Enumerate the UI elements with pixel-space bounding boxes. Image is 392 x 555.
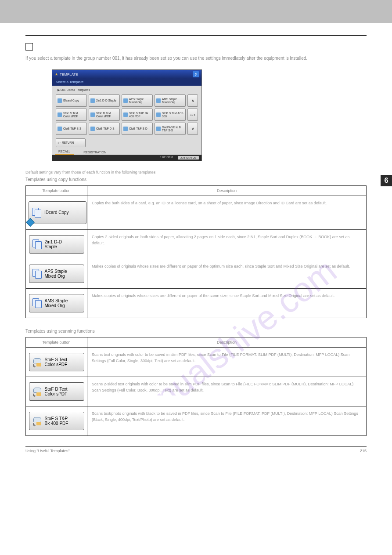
- cell-stof-tp-button: ↳ StoF S T&PBk 400 PDF: [26, 406, 87, 436]
- copy-templates-table: Template button Description IDcard Copy …: [25, 185, 367, 318]
- template-ams[interactable]: AMS Staple Mixed Org: [155, 94, 186, 107]
- cell-stof-s-button: ↳ StoF S TextColor sPDF: [26, 348, 87, 377]
- cell-stof-d-button: ↳ StoF D TextColor sPDF: [26, 377, 87, 406]
- nav-down-button[interactable]: ∨: [187, 123, 198, 135]
- scanner-icon: ↳: [32, 358, 42, 366]
- copy-table-heading: Templates using copy functions: [25, 177, 367, 182]
- cell-idcard-desc: Copies the both sides of a card, e.g. an…: [87, 196, 367, 230]
- cell-stof-s-desc: Scans text originals with color to be sa…: [87, 348, 367, 377]
- screen-tabs: RECALL REGISTRATION: [55, 149, 201, 155]
- 2in1-button[interactable]: 2in1 D-DStaple: [29, 235, 84, 254]
- tab-registration[interactable]: REGISTRATION: [80, 150, 110, 155]
- scan-templates-table: Template button Description ↳ StoF S Tex…: [25, 337, 367, 436]
- chapter-tab: 6: [381, 175, 392, 186]
- copy-pages-icon: [32, 239, 42, 249]
- stof-s-text-button[interactable]: ↳ StoF S TextColor sPDF: [29, 353, 84, 371]
- cell-ams-button: AMS StapleMixed Org: [26, 289, 87, 318]
- template-ctob-sd[interactable]: CtoB T&P S-D: [122, 123, 153, 135]
- template-ctob-ss[interactable]: CtoB T&P S-S: [56, 123, 87, 135]
- screen-footer: 11/11/2011 JOB STATUS: [52, 155, 201, 161]
- cell-2in1-desc: Copies 2-sided originals on both sides o…: [87, 230, 367, 259]
- scanner-icon: ↳: [32, 417, 42, 425]
- cell-ams-desc: Makes copies of originals whose sizes ar…: [87, 289, 367, 318]
- screen-subtitle: Select a Template: [52, 79, 201, 86]
- template-screen: ★TEMPLATE ? Select a Template ▶ 001 Usef…: [52, 69, 202, 161]
- footer-right: 215: [360, 449, 367, 453]
- top-rule: [25, 35, 367, 36]
- cell-aps-desc: Makes copies of originals whose sizes ar…: [87, 259, 367, 289]
- return-button[interactable]: ↩RETURN: [56, 138, 86, 147]
- star-icon: ★: [55, 73, 58, 76]
- job-status-button[interactable]: JOB STATUS: [178, 156, 199, 160]
- col-template-button: Template button: [26, 186, 87, 196]
- mid-note: Default settings vary from those of each…: [25, 170, 367, 174]
- copy-pages-icon: [32, 208, 42, 218]
- cell-2in1-button: 2in1 D-DStaple: [26, 230, 87, 259]
- help-icon[interactable]: ?: [193, 71, 199, 77]
- screen-caption: ▶ 001 Useful Templates: [52, 86, 201, 94]
- return-row: ↩RETURN: [56, 138, 201, 147]
- diamond-icon: [26, 218, 35, 227]
- template-ctob-ds[interactable]: CtoB T&P D-S: [89, 123, 120, 135]
- col-description-2: Description: [87, 337, 367, 348]
- template-duepage[interactable]: DuePAGE to B T&P S-S: [155, 123, 186, 135]
- screen-titlebar: ★TEMPLATE ?: [52, 70, 201, 79]
- template-stob-s-text[interactable]: StoB S Text ACS 300: [155, 109, 186, 121]
- nav-up-button[interactable]: ∧: [187, 94, 198, 107]
- cell-stof-tp-desc: Scans text/photo originals with black to…: [87, 406, 367, 436]
- ams-button[interactable]: AMS StapleMixed Org: [29, 294, 84, 312]
- intro-text: If you select a template in the group nu…: [25, 55, 363, 62]
- idcard-copy-button[interactable]: IDcard Copy: [29, 201, 86, 224]
- page-footer: Using "Useful Templates" 215: [25, 446, 367, 453]
- template-stof-d-text[interactable]: StoF D Text Color sPDF: [89, 109, 120, 121]
- screen-grid: IDcard Copy 2in1 D-D Staple APS Staple M…: [52, 94, 201, 138]
- template-idcard-copy[interactable]: IDcard Copy: [56, 94, 87, 107]
- copy-pages-icon: [32, 269, 42, 279]
- page-header-bar: [0, 0, 392, 23]
- stof-s-tp-button[interactable]: ↳ StoF S T&PBk 400 PDF: [29, 412, 84, 430]
- template-2in1[interactable]: 2in1 D-D Staple: [89, 94, 120, 107]
- col-template-button-2: Template button: [26, 337, 87, 348]
- section-checkbox: [25, 43, 33, 51]
- scan-table-heading: Templates using scanning functions: [25, 329, 367, 334]
- copy-pages-icon: [32, 298, 42, 308]
- screen-title-text: TEMPLATE: [60, 73, 78, 76]
- stof-d-text-button[interactable]: ↳ StoF D TextColor sPDF: [29, 382, 84, 401]
- scanner-icon: ↳: [32, 388, 42, 395]
- cell-idcard-button: IDcard Copy: [26, 196, 87, 230]
- tab-recall[interactable]: RECALL: [55, 149, 74, 155]
- footer-left: Using "Useful Templates": [25, 449, 70, 453]
- cell-stof-d-desc: Scans 2-sided text originals with color …: [87, 377, 367, 406]
- template-stof-s-tp[interactable]: StoF S T&P Bk 400 PDF: [122, 109, 153, 121]
- nav-page-indicator: 1 / 5: [187, 109, 198, 121]
- col-description: Description: [87, 186, 367, 196]
- aps-button[interactable]: APS StapleMixed Org: [29, 265, 84, 283]
- footer-date: 11/11/2011: [160, 156, 173, 160]
- cell-aps-button: APS StapleMixed Org: [26, 259, 87, 289]
- template-aps[interactable]: APS Staple Mixed Org: [122, 94, 153, 107]
- template-stof-s-text[interactable]: StoF S Text Color sPDF: [56, 109, 87, 121]
